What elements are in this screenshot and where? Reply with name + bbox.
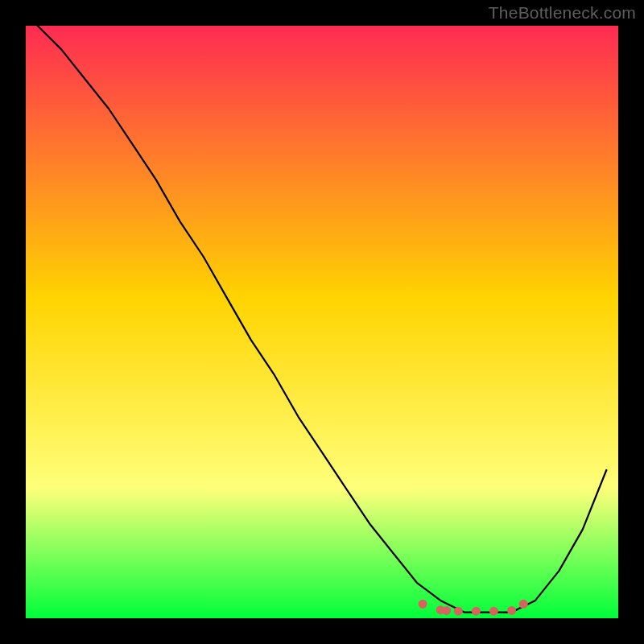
chart-svg [0, 0, 644, 644]
optimal-marker [472, 607, 481, 616]
watermark-text: TheBottleneck.com [489, 3, 636, 23]
chart-container: { "watermark": "TheBottleneck.com", "col… [0, 0, 644, 644]
optimal-marker [519, 600, 528, 609]
optimal-marker [507, 606, 516, 615]
optimal-marker [442, 606, 451, 615]
optimal-marker [454, 607, 463, 616]
optimal-marker [419, 600, 427, 609]
optimal-marker [489, 607, 498, 616]
plot-background [26, 26, 618, 618]
